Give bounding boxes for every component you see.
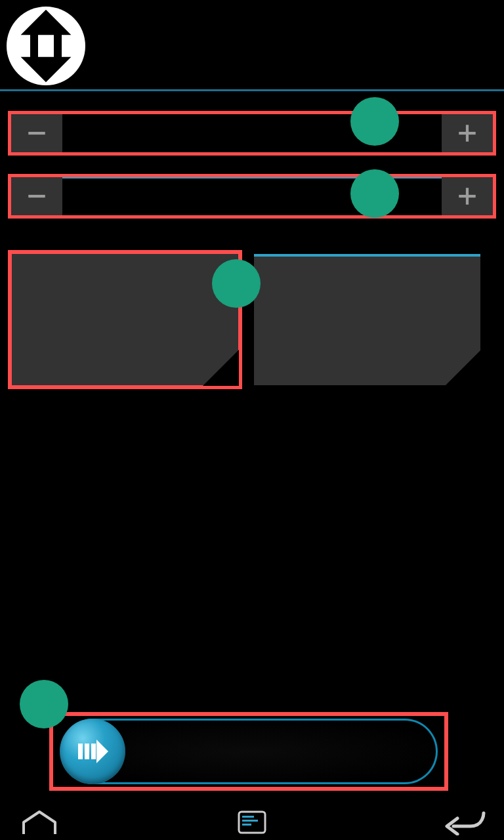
swap-size-stepper (8, 174, 496, 219)
ext-size-minus-button[interactable] (11, 114, 62, 152)
minus-icon (26, 185, 48, 207)
home-button[interactable] (13, 807, 66, 837)
console-icon (236, 809, 268, 835)
swap-size-plus-button[interactable] (442, 177, 493, 215)
svg-rect-3 (466, 125, 469, 142)
ext-size-plus-button[interactable] (442, 114, 493, 152)
filesystem-option-ext4[interactable] (254, 254, 480, 385)
console-button[interactable] (226, 807, 278, 837)
page-title (0, 91, 504, 108)
plus-icon (456, 185, 478, 207)
filesystem-option-ext3[interactable] (12, 254, 238, 385)
svg-rect-1 (28, 132, 45, 135)
plus-icon (456, 122, 478, 144)
swap-size-minus-button[interactable] (11, 177, 62, 215)
navbar (0, 804, 504, 840)
twrp-logo-icon (7, 7, 85, 85)
annotation-badge-1 (212, 259, 261, 308)
minus-icon (26, 122, 48, 144)
swipe-to-partition[interactable] (49, 712, 448, 791)
annotation-badge-2 (350, 97, 399, 146)
svg-rect-4 (28, 195, 45, 198)
filesystem-label (0, 221, 504, 254)
svg-rect-12 (242, 820, 258, 822)
svg-rect-7 (78, 744, 83, 759)
back-button[interactable] (438, 807, 491, 837)
warning-text (0, 385, 504, 431)
svg-rect-10 (239, 812, 265, 833)
annotation-badge-4 (20, 680, 68, 728)
svg-rect-9 (91, 744, 96, 759)
svg-rect-11 (242, 816, 254, 818)
ext-size-stepper (8, 111, 496, 156)
swipe-handle[interactable] (60, 719, 125, 784)
home-icon (20, 809, 59, 835)
svg-rect-6 (466, 188, 469, 205)
back-icon (442, 809, 488, 835)
svg-rect-8 (85, 744, 89, 759)
svg-rect-13 (242, 824, 251, 826)
swipe-arrow-icon (74, 733, 111, 770)
annotation-badge-3 (350, 169, 399, 218)
header (0, 0, 504, 91)
